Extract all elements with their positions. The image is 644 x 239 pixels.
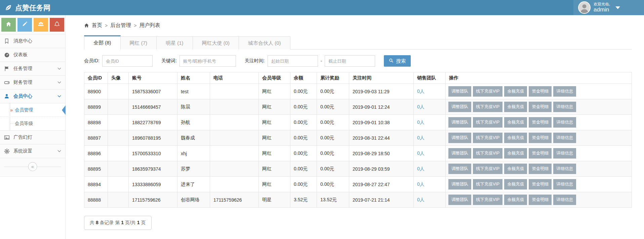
balance-recharge-button[interactable]: 余额充值 bbox=[504, 102, 527, 112]
tab-0[interactable]: 全部 (8) bbox=[84, 35, 121, 49]
detail-info-button[interactable]: 详细信息 bbox=[553, 179, 576, 190]
sidebar-item-message-center[interactable]: 消息中心 bbox=[0, 34, 65, 48]
balance-recharge-button[interactable]: 余额充值 bbox=[504, 179, 527, 190]
balance-cell: 0.00元 bbox=[290, 177, 317, 192]
detail-info-button[interactable]: 详细信息 bbox=[553, 148, 576, 159]
sales-team-link[interactable]: 0人 bbox=[417, 135, 425, 140]
funds-detail-button[interactable]: 资金明细 bbox=[529, 148, 552, 159]
adjust-team-button[interactable]: 调整团队 bbox=[448, 117, 471, 128]
adjust-team-button[interactable]: 调整团队 bbox=[448, 86, 471, 97]
brand-logo[interactable]: 点赞任务网 bbox=[0, 0, 50, 15]
balance-recharge-button[interactable]: 余额充值 bbox=[504, 164, 527, 174]
bookmark-icon bbox=[4, 38, 13, 44]
sidebar-item-task-management[interactable]: 任务管理 bbox=[0, 62, 65, 76]
sidebar-item-ad-slides[interactable]: 广告幻灯 bbox=[0, 131, 65, 144]
users-shortcut-button[interactable] bbox=[34, 18, 48, 32]
tab-2[interactable]: 明星 (1) bbox=[156, 36, 193, 49]
breadcrumb-home[interactable]: 首页 bbox=[92, 22, 102, 29]
sales-team-link[interactable]: 0人 bbox=[417, 120, 425, 125]
reward-cell: 0.00元 bbox=[317, 177, 349, 192]
table-row: 8889718960788195魏春成网红0.00元0.00元2019-08-3… bbox=[84, 130, 632, 146]
funds-detail-button[interactable]: 资金明细 bbox=[529, 195, 552, 205]
offline-recharge-vip-button[interactable]: 线下充值VIP bbox=[473, 86, 502, 97]
funds-detail-button[interactable]: 资金明细 bbox=[529, 164, 552, 174]
tab-1[interactable]: 网红 (7) bbox=[120, 36, 157, 49]
actions-cell: 调整团队线下充值VIP余额充值资金明细详细信息 bbox=[446, 99, 632, 115]
sidebar-item-dashboard[interactable]: 仪表板 bbox=[0, 48, 65, 62]
sales-team-link[interactable]: 0人 bbox=[417, 181, 425, 187]
leaf-icon bbox=[5, 4, 12, 11]
user-menu[interactable]: 欢迎光临, admin bbox=[573, 0, 644, 15]
member-id-cell: 88894 bbox=[84, 177, 108, 192]
search-button[interactable]: 搜索 bbox=[384, 55, 411, 67]
edit-shortcut-button[interactable] bbox=[17, 18, 32, 32]
adjust-team-button[interactable]: 调整团队 bbox=[448, 195, 471, 205]
team-cell: 0人 bbox=[414, 177, 446, 192]
sidebar-item-member-center[interactable]: 会员中心 bbox=[0, 90, 65, 103]
avatar bbox=[578, 1, 591, 14]
sales-team-link[interactable]: 0人 bbox=[417, 150, 425, 156]
funds-detail-button[interactable]: 资金明细 bbox=[529, 179, 552, 190]
detail-info-button[interactable]: 详细信息 bbox=[553, 195, 576, 205]
adjust-team-button[interactable]: 调整团队 bbox=[448, 133, 471, 143]
offline-recharge-vip-button[interactable]: 线下充值VIP bbox=[473, 102, 502, 112]
member-id-input[interactable] bbox=[102, 55, 153, 67]
balance-cell: 0.00元 bbox=[290, 84, 317, 99]
adjust-team-button[interactable]: 调整团队 bbox=[448, 148, 471, 159]
adjust-team-button[interactable]: 调整团队 bbox=[448, 102, 471, 112]
sales-team-link[interactable]: 0人 bbox=[417, 104, 425, 109]
sidebar-item-member-management[interactable]: » 会员管理 bbox=[0, 103, 65, 117]
balance-recharge-button[interactable]: 余额充值 bbox=[504, 148, 527, 159]
team-cell: 0人 bbox=[414, 99, 446, 115]
detail-info-button[interactable]: 详细信息 bbox=[553, 117, 576, 128]
keyword-label: 关键词: bbox=[161, 58, 177, 64]
notifications-shortcut-button[interactable] bbox=[50, 18, 64, 32]
keyword-input[interactable] bbox=[179, 55, 236, 67]
sidebar-item-member-level[interactable]: 会员等级 bbox=[0, 117, 65, 130]
funds-detail-button[interactable]: 资金明细 bbox=[529, 102, 552, 112]
pagination-text: 页/共 bbox=[125, 220, 136, 225]
sidebar-item-finance-management[interactable]: 财务管理 bbox=[0, 76, 65, 90]
tab-3[interactable]: 网红大使 (0) bbox=[193, 36, 239, 49]
username: admin bbox=[594, 6, 610, 13]
balance-recharge-button[interactable]: 余额充值 bbox=[504, 133, 527, 143]
offline-recharge-vip-button[interactable]: 线下充值VIP bbox=[473, 164, 502, 174]
offline-recharge-vip-button[interactable]: 线下充值VIP bbox=[473, 179, 502, 190]
offline-recharge-vip-button[interactable]: 线下充值VIP bbox=[473, 195, 502, 205]
name-cell: 孙航 bbox=[177, 115, 210, 130]
adjust-team-button[interactable]: 调整团队 bbox=[448, 164, 471, 174]
funds-detail-button[interactable]: 资金明细 bbox=[529, 117, 552, 128]
detail-info-button[interactable]: 详细信息 bbox=[553, 102, 576, 112]
sidebar-collapse-button[interactable]: « bbox=[28, 162, 37, 171]
balance-recharge-button[interactable]: 余额充值 bbox=[504, 195, 527, 205]
funds-detail-button[interactable]: 资金明细 bbox=[529, 86, 552, 97]
phone-cell bbox=[210, 99, 259, 115]
adjust-team-button[interactable]: 调整团队 bbox=[448, 179, 471, 190]
balance-recharge-button[interactable]: 余额充值 bbox=[504, 86, 527, 97]
start-date-input[interactable] bbox=[268, 55, 318, 67]
member-id-cell: 88896 bbox=[84, 146, 108, 161]
balance-recharge-button[interactable]: 余额充值 bbox=[504, 117, 527, 128]
sales-team-link[interactable]: 0人 bbox=[417, 197, 425, 202]
sales-team-link[interactable]: 0人 bbox=[417, 166, 425, 171]
home-shortcut-button[interactable] bbox=[1, 18, 16, 32]
breadcrumb-admin[interactable]: 后台管理 bbox=[110, 22, 131, 29]
offline-recharge-vip-button[interactable]: 线下充值VIP bbox=[473, 133, 502, 143]
level-cell: 网红 bbox=[259, 146, 290, 161]
sidebar-item-system-settings[interactable]: 系统设置 bbox=[0, 144, 65, 158]
tab-4[interactable]: 城市合伙人 (0) bbox=[239, 36, 290, 49]
offline-recharge-vip-button[interactable]: 线下充值VIP bbox=[473, 148, 502, 159]
funds-detail-button[interactable]: 资金明细 bbox=[529, 133, 552, 143]
gauge-icon bbox=[4, 52, 13, 58]
detail-info-button[interactable]: 详细信息 bbox=[553, 86, 576, 97]
avatar-cell bbox=[108, 84, 129, 99]
users-icon bbox=[38, 21, 44, 29]
offline-recharge-vip-button[interactable]: 线下充值VIP bbox=[473, 117, 502, 128]
flag-icon bbox=[4, 66, 13, 71]
detail-info-button[interactable]: 详细信息 bbox=[553, 164, 576, 174]
detail-info-button[interactable]: 详细信息 bbox=[553, 133, 576, 143]
end-date-input[interactable] bbox=[325, 55, 375, 67]
search-icon bbox=[389, 58, 394, 64]
sales-team-link[interactable]: 0人 bbox=[417, 89, 425, 94]
sidebar-menu: 消息中心 仪表板 任务管理 财务管理 会员中 bbox=[0, 34, 65, 158]
